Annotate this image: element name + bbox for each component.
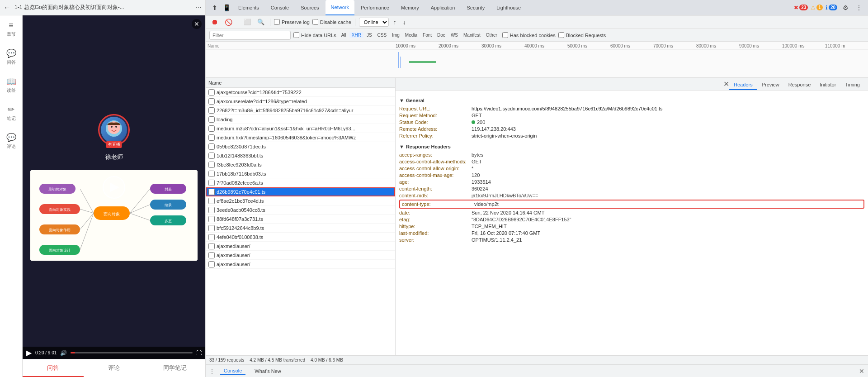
type-btn-xhr[interactable]: XHR	[349, 32, 363, 38]
more-button[interactable]: ⋮	[854, 2, 864, 13]
record-button[interactable]: ⏺	[209, 17, 220, 27]
request-row[interactable]: medium.m3u8?cdn=aliyun1&ssl=1&hxk_uri=aH…	[206, 124, 395, 133]
request-row[interactable]: 7f70ad082efcee6a.ts	[206, 178, 395, 187]
request-row[interactable]: d26b9892c70e4c01.ts	[206, 187, 395, 196]
request-checkbox[interactable]	[208, 243, 215, 249]
console-close-button[interactable]: ✕	[859, 367, 864, 375]
progress-bar[interactable]	[71, 352, 193, 353]
type-btn-ws[interactable]: WS	[448, 32, 460, 38]
type-btn-js[interactable]: JS	[364, 32, 374, 38]
fullscreen-button[interactable]: ⛶	[196, 350, 202, 356]
request-list-body[interactable]: ajaxgetcourse?cid=1286&tid=7539222ajaxco…	[206, 88, 395, 355]
type-btn-css[interactable]: CSS	[375, 32, 389, 38]
request-checkbox[interactable]	[208, 198, 215, 204]
details-tab-response[interactable]: Response	[784, 80, 816, 90]
request-checkbox[interactable]	[208, 143, 215, 150]
preserve-log-input[interactable]	[274, 19, 280, 25]
request-row[interactable]: ajaxmediauser/	[206, 260, 395, 269]
tab-memory[interactable]: Memory	[396, 0, 425, 15]
tab-network[interactable]: Network	[326, 0, 354, 15]
request-row[interactable]: 4efe040bf0100838.ts	[206, 233, 395, 242]
details-tab-timing[interactable]: Timing	[840, 80, 864, 90]
play-button[interactable]: ▶	[26, 348, 32, 357]
cursor-icon-button[interactable]: ⬆	[209, 2, 220, 13]
tab-qa[interactable]: 问答	[23, 359, 84, 377]
details-tab-preview[interactable]: Preview	[757, 80, 784, 90]
back-button[interactable]: ←	[4, 4, 11, 12]
request-checkbox[interactable]	[208, 261, 215, 267]
details-close-button[interactable]: ✕	[723, 80, 729, 88]
volume-button[interactable]: 🔊	[60, 350, 67, 356]
whats-new-tab[interactable]: What's New	[251, 367, 284, 375]
preserve-log-checkbox[interactable]: Preserve log	[274, 19, 310, 25]
request-checkbox[interactable]	[208, 134, 215, 141]
blocked-requests-checkbox[interactable]: Blocked Requests	[558, 32, 606, 38]
request-row[interactable]: bfc591242644c8b9.ts	[206, 224, 395, 233]
tab-security[interactable]: Security	[461, 0, 490, 15]
request-row[interactable]: medium.hxk?timestamp=16060546038&token=i…	[206, 133, 395, 142]
download-export-button[interactable]: ↓	[401, 18, 408, 27]
tab-comments[interactable]: 评论	[84, 359, 145, 377]
disable-cache-checkbox[interactable]: Disable cache	[312, 19, 351, 25]
type-btn-media[interactable]: Media	[403, 32, 420, 38]
search-button[interactable]: 🔍	[255, 18, 266, 26]
tab-application[interactable]: Application	[425, 0, 461, 15]
request-checkbox[interactable]	[208, 89, 215, 95]
sidebar-item-qa[interactable]: 💬 问答	[5, 47, 18, 67]
tab-performance[interactable]: Performance	[355, 0, 395, 15]
request-checkbox[interactable]	[208, 234, 215, 240]
type-btn-img[interactable]: Img	[390, 32, 402, 38]
request-checkbox[interactable]	[208, 98, 215, 105]
throttle-select[interactable]: Online	[359, 18, 389, 27]
tab-console[interactable]: Console	[265, 0, 294, 15]
request-checkbox[interactable]	[208, 207, 215, 213]
upload-import-button[interactable]: ↑	[392, 18, 398, 27]
request-row[interactable]: 88fd648f07a3c731.ts	[206, 215, 395, 224]
hide-data-urls-input[interactable]	[293, 32, 299, 38]
request-row[interactable]: ajaxcourserelate?cid=1286&type=related	[206, 97, 395, 106]
hide-data-urls-checkbox[interactable]: Hide data URLs	[293, 32, 336, 38]
request-checkbox[interactable]	[208, 116, 215, 123]
request-row[interactable]: f3be8fec9203fd0a.ts	[206, 160, 395, 169]
blocked-cookies-input[interactable]	[502, 32, 508, 38]
request-checkbox[interactable]	[208, 153, 215, 159]
type-btn-doc[interactable]: Doc	[435, 32, 448, 38]
console-tab[interactable]: Console	[220, 367, 245, 375]
tab-student-notes[interactable]: 同学笔记	[144, 359, 205, 377]
request-checkbox[interactable]	[208, 216, 215, 222]
expand-button[interactable]: ⋯	[195, 4, 202, 11]
request-checkbox[interactable]	[208, 171, 215, 177]
request-row[interactable]: 1db12f1488363bbf.ts	[206, 151, 395, 160]
type-btn-font[interactable]: Font	[420, 32, 434, 38]
video-close-button[interactable]: ✕	[192, 19, 202, 29]
request-row[interactable]: loading	[206, 115, 395, 124]
play-overlay-button[interactable]	[103, 176, 125, 199]
request-checkbox[interactable]	[208, 189, 215, 195]
sidebar-item-chapters[interactable]: ≡ 章节	[5, 19, 18, 39]
settings-button[interactable]: ⚙	[840, 2, 851, 13]
request-row[interactable]: ajaxmediauser/	[206, 242, 395, 251]
device-toggle-button[interactable]: 📱	[221, 2, 232, 13]
request-row[interactable]: ajaxgetcourse?cid=1286&tid=7539222	[206, 88, 395, 97]
request-checkbox[interactable]	[208, 162, 215, 168]
request-row[interactable]: 22682?t=m3u8&_id=5f894828255ba9716c61c92…	[206, 106, 395, 115]
request-row[interactable]: 17bb18b7116bdb03.ts	[206, 169, 395, 178]
tab-elements[interactable]: Elements	[233, 0, 264, 15]
request-row[interactable]: 059be8230d871dec.ts	[206, 142, 395, 151]
details-tab-initiator[interactable]: Initiator	[815, 80, 840, 90]
blocked-requests-input[interactable]	[558, 32, 564, 38]
request-row[interactable]: ajaxmediauser/	[206, 251, 395, 260]
clear-button[interactable]: 🚫	[223, 18, 234, 27]
sidebar-item-comments[interactable]: 💬 评论	[5, 131, 18, 152]
request-row[interactable]: 3eede0acb0540cc8.ts	[206, 205, 395, 215]
request-row[interactable]: ef8ae2c1bc37ce4d.ts	[206, 196, 395, 205]
filter-button[interactable]: ⬜	[242, 18, 253, 26]
request-checkbox[interactable]	[208, 180, 215, 186]
tab-lighthouse[interactable]: Lighthouse	[491, 0, 526, 15]
type-btn-other[interactable]: Other	[484, 32, 500, 38]
sidebar-item-notes[interactable]: ✏ 笔记	[5, 103, 18, 124]
filter-input[interactable]	[209, 31, 291, 40]
request-checkbox[interactable]	[208, 252, 215, 258]
details-tab-headers[interactable]: Headers	[729, 80, 757, 90]
request-checkbox[interactable]	[208, 225, 215, 231]
